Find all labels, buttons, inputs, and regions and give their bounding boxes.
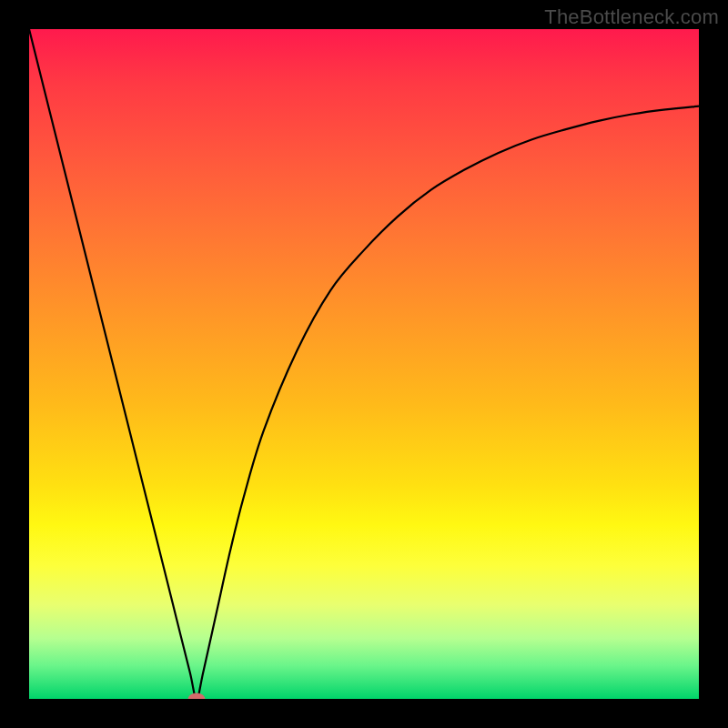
watermark-text: TheBottleneck.com	[544, 5, 719, 29]
bottleneck-marker	[188, 693, 205, 699]
bottleneck-curve	[29, 29, 699, 699]
chart-frame: TheBottleneck.com	[0, 0, 728, 728]
plot-area	[29, 29, 699, 699]
curve-layer	[29, 29, 699, 699]
